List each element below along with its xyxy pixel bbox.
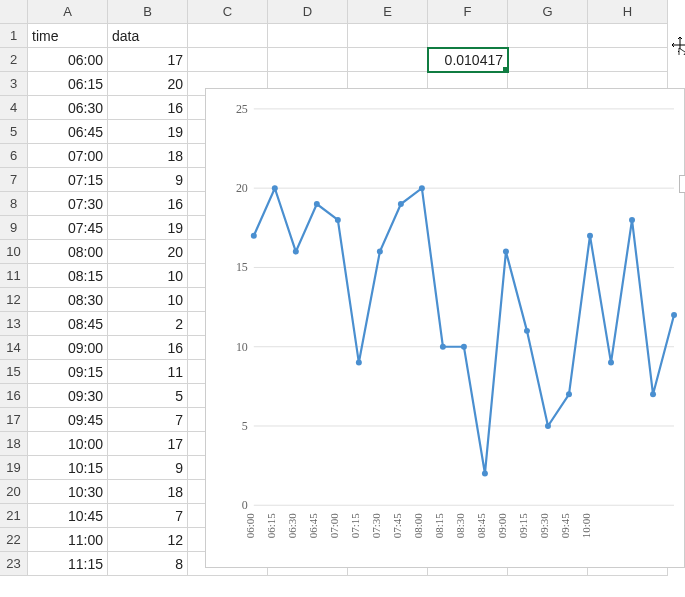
cell-A22[interactable]: 11:00 — [28, 528, 108, 552]
row-header-18[interactable]: 18 — [0, 432, 28, 456]
cell-B7[interactable]: 9 — [108, 168, 188, 192]
row-header-7[interactable]: 7 — [0, 168, 28, 192]
cell-A3[interactable]: 06:15 — [28, 72, 108, 96]
cell-H1[interactable] — [588, 24, 668, 48]
col-header-D[interactable]: D — [268, 0, 348, 24]
row-header-21[interactable]: 21 — [0, 504, 28, 528]
cell-B14[interactable]: 16 — [108, 336, 188, 360]
cell-A15[interactable]: 09:15 — [28, 360, 108, 384]
cell-G1[interactable] — [508, 24, 588, 48]
cell-F1[interactable] — [428, 24, 508, 48]
row-header-4[interactable]: 4 — [0, 96, 28, 120]
cell-B15[interactable]: 11 — [108, 360, 188, 384]
row-header-20[interactable]: 20 — [0, 480, 28, 504]
cell-B21[interactable]: 7 — [108, 504, 188, 528]
col-header-A[interactable]: A — [28, 0, 108, 24]
row-header-17[interactable]: 17 — [0, 408, 28, 432]
col-header-E[interactable]: E — [348, 0, 428, 24]
cell-B20[interactable]: 18 — [108, 480, 188, 504]
cell-D1[interactable] — [268, 24, 348, 48]
cell-B5[interactable]: 19 — [108, 120, 188, 144]
row-header-22[interactable]: 22 — [0, 528, 28, 552]
col-header-B[interactable]: B — [108, 0, 188, 24]
row-header-13[interactable]: 13 — [0, 312, 28, 336]
cell-A11[interactable]: 08:15 — [28, 264, 108, 288]
cell-A14[interactable]: 09:00 — [28, 336, 108, 360]
cell-A4[interactable]: 06:30 — [28, 96, 108, 120]
row-header-9[interactable]: 9 — [0, 216, 28, 240]
cell-B6[interactable]: 18 — [108, 144, 188, 168]
col-header-F[interactable]: F — [428, 0, 508, 24]
corner-cell[interactable] — [0, 0, 28, 24]
cell-A5[interactable]: 06:45 — [28, 120, 108, 144]
cell-A6[interactable]: 07:00 — [28, 144, 108, 168]
svg-point-22 — [461, 344, 467, 350]
svg-text:06:45: 06:45 — [307, 513, 319, 538]
cell-B4[interactable]: 16 — [108, 96, 188, 120]
row-header-3[interactable]: 3 — [0, 72, 28, 96]
row-header-8[interactable]: 8 — [0, 192, 28, 216]
cell-B3[interactable]: 20 — [108, 72, 188, 96]
row-header-23[interactable]: 23 — [0, 552, 28, 576]
cell-B19[interactable]: 9 — [108, 456, 188, 480]
row-header-10[interactable]: 10 — [0, 240, 28, 264]
svg-text:07:15: 07:15 — [349, 513, 361, 538]
cell-A9[interactable]: 07:45 — [28, 216, 108, 240]
cell-A7[interactable]: 07:15 — [28, 168, 108, 192]
cell-B16[interactable]: 5 — [108, 384, 188, 408]
cell-A8[interactable]: 07:30 — [28, 192, 108, 216]
cell-B22[interactable]: 12 — [108, 528, 188, 552]
svg-point-31 — [650, 391, 656, 397]
cell-B2[interactable]: 17 — [108, 48, 188, 72]
cell-A21[interactable]: 10:45 — [28, 504, 108, 528]
row-header-5[interactable]: 5 — [0, 120, 28, 144]
cell-B9[interactable]: 19 — [108, 216, 188, 240]
cell-A20[interactable]: 10:30 — [28, 480, 108, 504]
embedded-chart[interactable]: 051015202506:0006:1506:3006:4507:0007:15… — [205, 88, 685, 568]
cell-B1[interactable]: data — [108, 24, 188, 48]
cell-B11[interactable]: 10 — [108, 264, 188, 288]
cell-A12[interactable]: 08:30 — [28, 288, 108, 312]
cell-A13[interactable]: 08:45 — [28, 312, 108, 336]
row-header-19[interactable]: 19 — [0, 456, 28, 480]
svg-text:08:00: 08:00 — [412, 513, 424, 538]
row-header-6[interactable]: 6 — [0, 144, 28, 168]
cell-A19[interactable]: 10:15 — [28, 456, 108, 480]
row-header-11[interactable]: 11 — [0, 264, 28, 288]
svg-point-14 — [293, 249, 299, 255]
cell-E1[interactable] — [348, 24, 428, 48]
col-header-C[interactable]: C — [188, 0, 268, 24]
cell-H2[interactable] — [588, 48, 668, 72]
row-header-16[interactable]: 16 — [0, 384, 28, 408]
cell-A23[interactable]: 11:15 — [28, 552, 108, 576]
cell-B12[interactable]: 10 — [108, 288, 188, 312]
row-header-12[interactable]: 12 — [0, 288, 28, 312]
cell-A2[interactable]: 06:00 — [28, 48, 108, 72]
svg-text:5: 5 — [242, 419, 248, 433]
chart-side-handle[interactable] — [679, 175, 685, 193]
cell-B23[interactable]: 8 — [108, 552, 188, 576]
row-header-15[interactable]: 15 — [0, 360, 28, 384]
cell-A1[interactable]: time — [28, 24, 108, 48]
col-header-G[interactable]: G — [508, 0, 588, 24]
cell-F2[interactable]: 0.010417 — [428, 48, 508, 72]
cell-G2[interactable] — [508, 48, 588, 72]
cell-A18[interactable]: 10:00 — [28, 432, 108, 456]
cell-A17[interactable]: 09:45 — [28, 408, 108, 432]
row-header-1[interactable]: 1 — [0, 24, 28, 48]
cell-B17[interactable]: 7 — [108, 408, 188, 432]
cell-B18[interactable]: 17 — [108, 432, 188, 456]
row-header-14[interactable]: 14 — [0, 336, 28, 360]
cell-E2[interactable] — [348, 48, 428, 72]
svg-point-15 — [314, 201, 320, 207]
cell-D2[interactable] — [268, 48, 348, 72]
cell-A10[interactable]: 08:00 — [28, 240, 108, 264]
cell-B13[interactable]: 2 — [108, 312, 188, 336]
row-header-2[interactable]: 2 — [0, 48, 28, 72]
cell-C1[interactable] — [188, 24, 268, 48]
cell-B10[interactable]: 20 — [108, 240, 188, 264]
cell-C2[interactable] — [188, 48, 268, 72]
col-header-H[interactable]: H — [588, 0, 668, 24]
cell-A16[interactable]: 09:30 — [28, 384, 108, 408]
cell-B8[interactable]: 16 — [108, 192, 188, 216]
